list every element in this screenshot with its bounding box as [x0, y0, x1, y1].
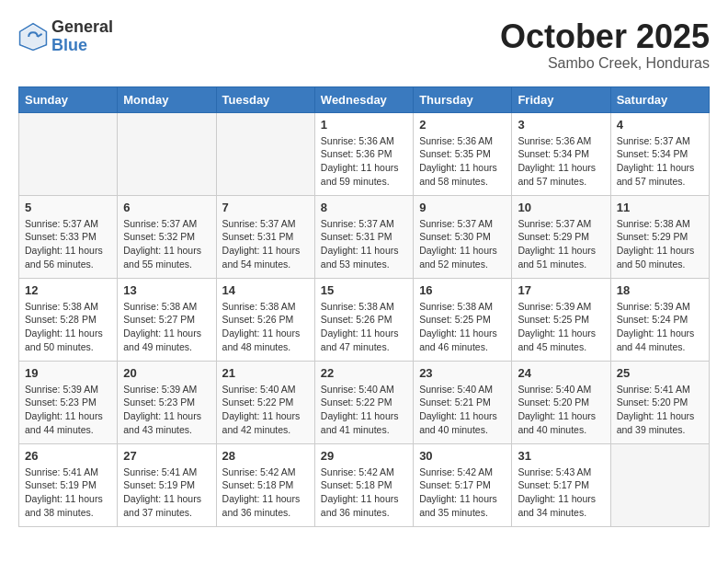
week-row-3: 12Sunrise: 5:38 AM Sunset: 5:28 PM Dayli…	[19, 278, 710, 361]
day-cell: 9Sunrise: 5:37 AM Sunset: 5:30 PM Daylig…	[414, 195, 512, 278]
day-cell: 8Sunrise: 5:37 AM Sunset: 5:31 PM Daylig…	[314, 195, 413, 278]
day-info: Sunrise: 5:39 AM Sunset: 5:25 PM Dayligh…	[518, 300, 604, 354]
day-info: Sunrise: 5:37 AM Sunset: 5:31 PM Dayligh…	[321, 217, 407, 271]
day-info: Sunrise: 5:40 AM Sunset: 5:21 PM Dayligh…	[419, 383, 506, 437]
day-cell: 25Sunrise: 5:41 AM Sunset: 5:20 PM Dayli…	[610, 361, 709, 443]
day-number: 13	[123, 283, 210, 297]
header-cell-monday: Monday	[118, 86, 216, 112]
day-cell: 2Sunrise: 5:36 AM Sunset: 5:35 PM Daylig…	[414, 112, 512, 195]
day-info: Sunrise: 5:37 AM Sunset: 5:33 PM Dayligh…	[25, 217, 111, 271]
logo-icon	[18, 22, 48, 52]
day-cell: 26Sunrise: 5:41 AM Sunset: 5:19 PM Dayli…	[19, 443, 118, 526]
page-header: General Blue October 2025 Sambo Creek, H…	[18, 18, 710, 72]
day-number: 23	[419, 366, 506, 380]
day-cell: 4Sunrise: 5:37 AM Sunset: 5:34 PM Daylig…	[610, 112, 709, 195]
calendar-body: 1Sunrise: 5:36 AM Sunset: 5:36 PM Daylig…	[19, 112, 710, 526]
day-number: 7	[222, 201, 309, 214]
day-cell: 5Sunrise: 5:37 AM Sunset: 5:33 PM Daylig…	[19, 195, 118, 278]
header-cell-saturday: Saturday	[610, 86, 709, 112]
day-number: 4	[617, 118, 703, 132]
day-number: 3	[518, 118, 604, 132]
day-cell: 13Sunrise: 5:38 AM Sunset: 5:27 PM Dayli…	[118, 278, 216, 361]
day-info: Sunrise: 5:41 AM Sunset: 5:20 PM Dayligh…	[617, 383, 703, 437]
day-cell: 30Sunrise: 5:42 AM Sunset: 5:17 PM Dayli…	[414, 443, 512, 526]
day-cell	[216, 112, 314, 195]
day-info: Sunrise: 5:41 AM Sunset: 5:19 PM Dayligh…	[123, 465, 210, 520]
day-number: 18	[617, 283, 703, 297]
day-cell: 12Sunrise: 5:38 AM Sunset: 5:28 PM Dayli…	[19, 278, 118, 361]
day-info: Sunrise: 5:37 AM Sunset: 5:29 PM Dayligh…	[518, 217, 604, 271]
day-number: 6	[123, 201, 210, 214]
calendar-header: SundayMondayTuesdayWednesdayThursdayFrid…	[19, 86, 710, 112]
day-cell	[610, 443, 709, 526]
day-info: Sunrise: 5:40 AM Sunset: 5:20 PM Dayligh…	[518, 383, 604, 437]
day-cell: 19Sunrise: 5:39 AM Sunset: 5:23 PM Dayli…	[19, 361, 118, 443]
day-cell: 11Sunrise: 5:38 AM Sunset: 5:29 PM Dayli…	[610, 195, 709, 278]
day-info: Sunrise: 5:40 AM Sunset: 5:22 PM Dayligh…	[222, 383, 309, 437]
header-cell-tuesday: Tuesday	[216, 86, 314, 112]
day-info: Sunrise: 5:38 AM Sunset: 5:27 PM Dayligh…	[123, 300, 210, 354]
day-cell: 7Sunrise: 5:37 AM Sunset: 5:31 PM Daylig…	[216, 195, 314, 278]
day-info: Sunrise: 5:37 AM Sunset: 5:31 PM Dayligh…	[222, 217, 309, 271]
day-cell: 29Sunrise: 5:42 AM Sunset: 5:18 PM Dayli…	[314, 443, 413, 526]
day-number: 14	[222, 283, 309, 297]
calendar-table: SundayMondayTuesdayWednesdayThursdayFrid…	[18, 86, 710, 527]
day-number: 12	[25, 283, 111, 297]
day-info: Sunrise: 5:37 AM Sunset: 5:30 PM Dayligh…	[419, 217, 506, 271]
day-number: 19	[25, 366, 111, 380]
day-info: Sunrise: 5:38 AM Sunset: 5:29 PM Dayligh…	[617, 217, 703, 271]
logo-general: General	[51, 18, 113, 37]
day-number: 9	[419, 201, 506, 214]
day-number: 2	[419, 118, 506, 132]
day-number: 5	[25, 201, 111, 214]
week-row-4: 19Sunrise: 5:39 AM Sunset: 5:23 PM Dayli…	[19, 361, 710, 443]
day-cell: 24Sunrise: 5:40 AM Sunset: 5:20 PM Dayli…	[512, 361, 610, 443]
header-cell-wednesday: Wednesday	[314, 86, 413, 112]
day-number: 11	[617, 201, 703, 214]
day-info: Sunrise: 5:42 AM Sunset: 5:18 PM Dayligh…	[222, 465, 309, 520]
day-number: 27	[123, 449, 210, 463]
header-row: SundayMondayTuesdayWednesdayThursdayFrid…	[19, 86, 710, 112]
day-cell: 16Sunrise: 5:38 AM Sunset: 5:25 PM Dayli…	[414, 278, 512, 361]
day-info: Sunrise: 5:38 AM Sunset: 5:26 PM Dayligh…	[321, 300, 407, 354]
day-number: 24	[518, 366, 604, 380]
month-title: October 2025	[500, 18, 710, 55]
day-cell: 21Sunrise: 5:40 AM Sunset: 5:22 PM Dayli…	[216, 361, 314, 443]
week-row-1: 1Sunrise: 5:36 AM Sunset: 5:36 PM Daylig…	[19, 112, 710, 195]
day-number: 15	[321, 283, 407, 297]
day-cell: 15Sunrise: 5:38 AM Sunset: 5:26 PM Dayli…	[314, 278, 413, 361]
day-number: 17	[518, 283, 604, 297]
day-info: Sunrise: 5:37 AM Sunset: 5:34 PM Dayligh…	[617, 134, 703, 189]
day-info: Sunrise: 5:40 AM Sunset: 5:22 PM Dayligh…	[321, 383, 407, 437]
week-row-5: 26Sunrise: 5:41 AM Sunset: 5:19 PM Dayli…	[19, 443, 710, 526]
day-cell	[19, 112, 118, 195]
day-info: Sunrise: 5:38 AM Sunset: 5:25 PM Dayligh…	[419, 300, 506, 354]
header-cell-friday: Friday	[512, 86, 610, 112]
day-info: Sunrise: 5:42 AM Sunset: 5:17 PM Dayligh…	[419, 465, 506, 520]
day-cell	[118, 112, 216, 195]
day-info: Sunrise: 5:43 AM Sunset: 5:17 PM Dayligh…	[518, 465, 604, 520]
day-number: 8	[321, 201, 407, 214]
day-info: Sunrise: 5:39 AM Sunset: 5:23 PM Dayligh…	[123, 383, 210, 437]
day-cell: 1Sunrise: 5:36 AM Sunset: 5:36 PM Daylig…	[314, 112, 413, 195]
header-cell-sunday: Sunday	[19, 86, 118, 112]
day-number: 10	[518, 201, 604, 214]
day-info: Sunrise: 5:36 AM Sunset: 5:34 PM Dayligh…	[518, 134, 604, 189]
day-cell: 17Sunrise: 5:39 AM Sunset: 5:25 PM Dayli…	[512, 278, 610, 361]
day-info: Sunrise: 5:41 AM Sunset: 5:19 PM Dayligh…	[25, 465, 111, 520]
day-cell: 22Sunrise: 5:40 AM Sunset: 5:22 PM Dayli…	[314, 361, 413, 443]
day-cell: 23Sunrise: 5:40 AM Sunset: 5:21 PM Dayli…	[414, 361, 512, 443]
week-row-2: 5Sunrise: 5:37 AM Sunset: 5:33 PM Daylig…	[19, 195, 710, 278]
day-info: Sunrise: 5:37 AM Sunset: 5:32 PM Dayligh…	[123, 217, 210, 271]
day-info: Sunrise: 5:39 AM Sunset: 5:23 PM Dayligh…	[25, 383, 111, 437]
header-cell-thursday: Thursday	[414, 86, 512, 112]
day-number: 20	[123, 366, 210, 380]
logo-text: General Blue	[51, 18, 113, 55]
logo: General Blue	[18, 18, 113, 55]
day-number: 22	[321, 366, 407, 380]
day-number: 16	[419, 283, 506, 297]
day-cell: 27Sunrise: 5:41 AM Sunset: 5:19 PM Dayli…	[118, 443, 216, 526]
logo-blue: Blue	[51, 37, 113, 55]
day-number: 25	[617, 366, 703, 380]
day-cell: 10Sunrise: 5:37 AM Sunset: 5:29 PM Dayli…	[512, 195, 610, 278]
